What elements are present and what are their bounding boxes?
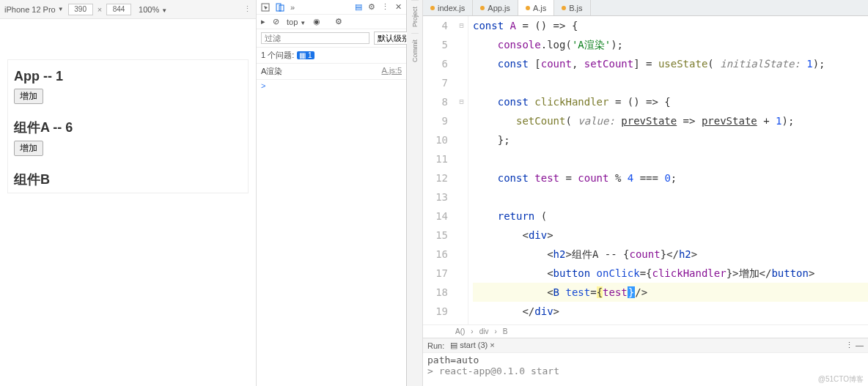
code-body[interactable]: const A = () => { console.log('A渲染'); co… — [468, 16, 868, 324]
device-toolbar: iPhone 12 Pro▼ 390 × 844 100% ▼ ⋮ — [0, 0, 256, 19]
clear-icon[interactable]: ⊘ — [273, 17, 279, 26]
run-label: Run: — [427, 341, 444, 350]
device-height[interactable]: 844 — [106, 4, 131, 15]
ide-panel: index.js App.js A.js B.js 45678910111213… — [423, 0, 868, 386]
run-output[interactable]: path=auto > react-app@0.1.0 start — [423, 352, 868, 386]
issues-label: 1 个问题: — [261, 50, 294, 61]
device-toggle-icon[interactable] — [276, 3, 284, 12]
inspect-icon[interactable] — [261, 3, 270, 12]
breadcrumb: A()› div› B — [423, 324, 868, 338]
crumb-div[interactable]: div — [479, 327, 489, 335]
crumb-b[interactable]: B — [503, 327, 508, 335]
line-gutter: 4567891011121314151617181920 — [423, 16, 455, 324]
gear-icon[interactable]: ⚙ — [368, 2, 375, 12]
run-out-line2: > react-app@0.1.0 start — [427, 365, 864, 376]
add-button-1[interactable]: 增加 — [14, 89, 43, 104]
log-message: A渲染 — [261, 66, 282, 77]
project-tab[interactable]: Project — [411, 0, 419, 33]
issues-badge: ▦ 1 — [297, 51, 314, 59]
run-more-icon[interactable]: ⋮ — — [845, 341, 864, 350]
messages-icon[interactable]: ▤ — [355, 2, 362, 12]
tab-index[interactable]: index.js — [423, 0, 473, 15]
devtools-toolbar-top: » ▤ ⚙ ⋮ ✕ — [257, 0, 406, 15]
commit-tab[interactable]: Commit — [411, 33, 419, 68]
add-button-2[interactable]: 增加 — [14, 141, 43, 156]
browser-preview: iPhone 12 Pro▼ 390 × 844 100% ▼ ⋮ App --… — [0, 0, 257, 386]
zoom-selector[interactable]: 100% ▼ — [139, 5, 167, 14]
console-context-bar: ▸ ⊘ top ▼ ◉ ⚙ — [257, 15, 406, 29]
settings-icon[interactable]: ⚙ — [335, 17, 342, 26]
kebab-icon[interactable]: ⋮ — [381, 2, 389, 12]
context-selector[interactable]: top ▼ — [287, 18, 306, 26]
tab-a[interactable]: A.js — [518, 0, 554, 15]
device-width[interactable]: 390 — [68, 4, 93, 15]
rendered-app: App -- 1 增加 组件A -- 6 增加 组件B — [7, 59, 249, 193]
dimension-x: × — [98, 5, 102, 14]
app-title: App -- 1 — [14, 69, 242, 84]
fold-gutter: ⊟⊟ — [455, 16, 468, 324]
close-icon[interactable]: ✕ — [395, 2, 402, 12]
more-tabs-icon[interactable]: » — [290, 3, 295, 12]
more-icon[interactable]: ⋮ — [243, 4, 251, 14]
log-source[interactable]: A.js:5 — [381, 66, 402, 77]
eye-icon[interactable]: ◉ — [313, 17, 320, 26]
issues-row[interactable]: 1 个问题: ▦ 1 — [257, 48, 406, 64]
watermark: @51CTO博客 — [818, 374, 864, 385]
tab-app[interactable]: App.js — [473, 0, 518, 15]
run-toolbar: Run: ▤ start (3) × ⋮ — — [423, 338, 868, 352]
editor-tabs: index.js App.js A.js B.js — [423, 0, 868, 16]
console-prompt[interactable]: > — [257, 80, 406, 92]
filter-input[interactable] — [261, 32, 369, 44]
run-tab[interactable]: ▤ start (3) × — [450, 341, 494, 350]
device-selector[interactable]: iPhone 12 Pro▼ — [4, 5, 64, 14]
tab-b[interactable]: B.js — [554, 0, 590, 15]
crumb-a[interactable]: A() — [455, 327, 465, 335]
play-icon[interactable]: ▸ — [261, 17, 265, 26]
ide-side-ribbon: Project Commit — [407, 0, 423, 386]
component-b-title: 组件B — [14, 171, 242, 188]
console-log-entry[interactable]: A渲染 A.js:5 — [257, 64, 406, 80]
console-filter-row: 默认级别 — [257, 29, 406, 48]
run-out-line1: path=auto — [427, 355, 864, 365]
code-editor[interactable]: 4567891011121314151617181920 ⊟⊟ const A … — [423, 16, 868, 324]
component-a-title: 组件A -- 6 — [14, 119, 242, 136]
devtools-panel: » ▤ ⚙ ⋮ ✕ ▸ ⊘ top ▼ ◉ ⚙ 默认级别 1 个问题: ▦ 1 … — [257, 0, 407, 386]
svg-rect-2 — [279, 5, 284, 11]
